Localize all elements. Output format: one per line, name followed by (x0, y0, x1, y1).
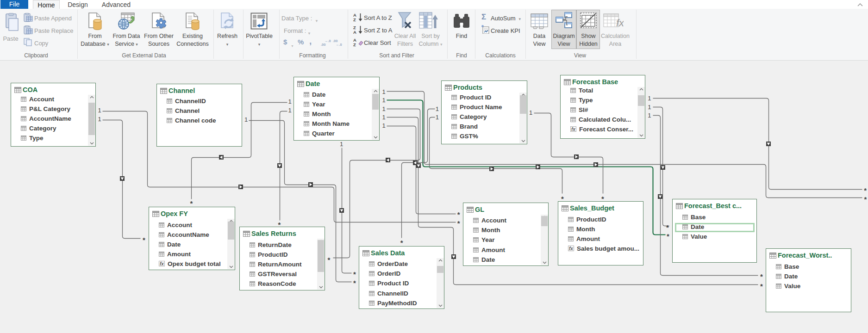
svg-text:1: 1 (382, 97, 385, 104)
svg-text:1: 1 (244, 116, 248, 123)
svg-text:*: * (400, 239, 403, 247)
svg-text:1: 1 (436, 114, 439, 121)
svg-text:*: * (561, 195, 564, 203)
svg-text:*: * (353, 270, 356, 278)
svg-text:*: * (760, 282, 763, 290)
svg-text:1: 1 (382, 114, 385, 121)
svg-text:*: * (353, 279, 356, 287)
svg-text:*: * (143, 236, 145, 244)
svg-text:1: 1 (529, 109, 532, 116)
svg-text:1: 1 (648, 112, 651, 119)
svg-text:*: * (278, 221, 281, 228)
svg-text:1: 1 (648, 95, 651, 102)
svg-text:1: 1 (340, 141, 343, 148)
svg-text:*: * (601, 195, 604, 203)
svg-text:*: * (457, 219, 460, 227)
svg-text:1: 1 (648, 104, 651, 111)
svg-text:*: * (457, 210, 460, 218)
svg-text:1: 1 (382, 105, 385, 112)
svg-text:1: 1 (436, 105, 439, 112)
svg-text:1: 1 (288, 98, 291, 105)
svg-text:*: * (864, 195, 867, 203)
svg-text:*: * (190, 199, 193, 207)
svg-text:*: * (760, 272, 763, 280)
svg-text:1: 1 (382, 122, 385, 129)
svg-text:1: 1 (382, 88, 385, 95)
svg-text:*: * (328, 256, 331, 264)
svg-text:1: 1 (98, 116, 101, 123)
svg-text:1: 1 (98, 107, 101, 114)
svg-text:1: 1 (288, 107, 291, 114)
svg-text:*: * (864, 186, 867, 194)
svg-text:*: * (666, 223, 669, 231)
svg-text:*: * (667, 232, 669, 240)
